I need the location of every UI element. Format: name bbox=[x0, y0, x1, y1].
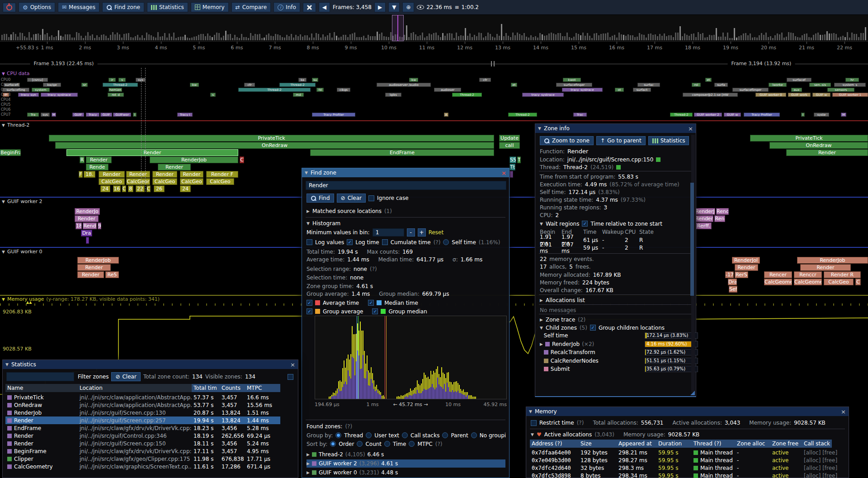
timeline-zone[interactable]: OnRedraw bbox=[55, 142, 494, 149]
cpu-zone[interactable]: rot_d bbox=[108, 93, 124, 97]
memory-column-header[interactable]: Size bbox=[579, 440, 617, 448]
cpu-zone[interactable]: syste bbox=[814, 113, 829, 117]
child-zones-label[interactable]: Child zones bbox=[546, 325, 577, 331]
cpu-zone[interactable]: lgiks bbox=[385, 93, 401, 97]
min-bin-input[interactable]: 1 bbox=[373, 228, 404, 237]
cpu-zone[interactable]: audioser bbox=[434, 88, 461, 92]
cpu-zone[interactable]: A bbox=[444, 113, 448, 117]
cpu-zone[interactable]: cikgs bbox=[337, 88, 350, 92]
timeline-zone[interactable]: Dra bbox=[81, 230, 92, 237]
close-icon[interactable]: × bbox=[290, 362, 295, 368]
timeline-zone[interactable]: RenderJob bbox=[77, 257, 119, 264]
filter-settings-icon[interactable] bbox=[288, 374, 293, 380]
expand-icon[interactable]: ▶ bbox=[307, 470, 310, 475]
timeline-zone[interactable]: EndFrame bbox=[310, 149, 494, 156]
timeline-zone[interactable]: Render bbox=[77, 271, 104, 278]
compare-button[interactable]: ⇄Compare bbox=[231, 2, 271, 12]
cpu-zone[interactable]: [csrcu] bbox=[27, 78, 48, 82]
timeline-zone[interactable]: PrivateTick bbox=[750, 135, 868, 142]
log-values-checkbox[interactable] bbox=[307, 239, 312, 245]
child-zone-row[interactable]: CalcRenderNodes51.51 µs (1.15%) bbox=[540, 357, 690, 364]
timeline-zone[interactable]: 24 bbox=[100, 185, 110, 192]
cpu-zone[interactable]: GUIF w bbox=[812, 93, 830, 97]
found-zone-group-row[interactable]: ▶Thread-2(4,105)6.46 s bbox=[307, 450, 505, 459]
cpu-zone[interactable]: GUIFwor bbox=[113, 113, 131, 117]
thread-header[interactable]: ▼Thread-2 bbox=[2, 122, 29, 128]
allocation-row[interactable]: 0x7dfc53d8988 bytes298.34 ms59.95 sMain … bbox=[530, 472, 839, 478]
allocations-list-label[interactable]: Allocations list bbox=[546, 297, 585, 303]
cpu-zone[interactable]: lworke bbox=[769, 83, 787, 87]
timeline-zone[interactable]: RenderJo bbox=[75, 208, 100, 215]
memory-button[interactable]: Memory bbox=[191, 2, 229, 12]
timeline-zone[interactable]: Rend bbox=[716, 208, 729, 215]
address-cell[interactable]: 0x7dfc42d640 bbox=[530, 465, 579, 471]
timeline-zone[interactable]: T bbox=[517, 156, 521, 163]
cpu-zone[interactable]: Tracy bbox=[86, 113, 99, 117]
scrollbar-track[interactable] bbox=[691, 135, 695, 393]
timeline-zone[interactable]: Ren bbox=[714, 215, 725, 222]
cpu-data-header[interactable]: ▼CPU data bbox=[2, 71, 30, 76]
cpu-zone[interactable]: cfr bbox=[244, 83, 255, 87]
timeline-zone[interactable]: 22 bbox=[136, 185, 145, 192]
timeline-zone[interactable]: CalcGeo bbox=[206, 178, 234, 185]
cpu-zone[interactable]: system_s bbox=[834, 83, 866, 87]
cpu-zone[interactable]: Thread-2 bbox=[103, 83, 138, 87]
collapse-icon[interactable]: ▼ bbox=[2, 297, 5, 302]
cpu-zone[interactable]: M bbox=[841, 113, 846, 117]
wait-column-header[interactable]: Time bbox=[583, 229, 602, 235]
cpu-zone[interactable]: GUIF worker 2 bbox=[694, 113, 722, 117]
self-time-radio[interactable] bbox=[443, 239, 449, 245]
cpu-zone[interactable]: sen..sis bbox=[809, 83, 831, 87]
memory-titlebar[interactable]: ▼ Memory × bbox=[526, 407, 849, 416]
timeline-zone[interactable]: CalcGeo bbox=[824, 279, 854, 285]
table-row[interactable]: Renderjni/../jni/src/guif/Screen.cpp:257… bbox=[5, 416, 280, 424]
timeline-zone[interactable]: C bbox=[146, 185, 151, 192]
timeline-zone[interactable]: F bbox=[79, 171, 83, 178]
thread-header[interactable]: ▼GUIF worker 2 bbox=[2, 199, 42, 204]
timeline-zone[interactable]: -17 bbox=[725, 271, 734, 278]
filter-input[interactable] bbox=[6, 372, 74, 381]
timeline-zone[interactable]: 18 bbox=[75, 222, 82, 229]
wait-column-header[interactable]: CPU bbox=[625, 229, 639, 235]
cpu-zone[interactable]: audioserver /audio bbox=[377, 83, 431, 87]
expand-icon[interactable]: ▶ bbox=[307, 452, 310, 457]
find-button[interactable]: Find bbox=[307, 194, 334, 203]
prev-frame-button[interactable]: ◀ bbox=[319, 2, 330, 12]
cpu-zone[interactable]: GUIF w bbox=[724, 113, 741, 117]
timeline-zone[interactable]: Render bbox=[800, 264, 851, 271]
timeline-zone[interactable]: Rende bbox=[86, 164, 108, 170]
timeline-zone[interactable]: BeginFrame bbox=[0, 149, 21, 156]
collapse-icon[interactable]: ▼ bbox=[531, 432, 534, 437]
expand-icon[interactable]: ▶ bbox=[307, 461, 310, 466]
scrollbar-thumb[interactable] bbox=[690, 183, 694, 296]
timeline-zone[interactable]: OnRedraw bbox=[769, 142, 868, 149]
cpu-zone[interactable]: ka bbox=[298, 78, 307, 82]
cpu-zone[interactable]: composer@2.1-se [HW bbox=[683, 93, 738, 97]
statistics-table-header[interactable]: Name Location Total tim Counts MTPC bbox=[5, 384, 280, 392]
timeline-zone[interactable]: 24 bbox=[180, 185, 191, 192]
help-marker[interactable]: (?) bbox=[435, 441, 443, 447]
log-time-checkbox[interactable]: ✓ bbox=[347, 239, 353, 245]
cpu-zone[interactable]: Thread-2 bbox=[508, 113, 537, 117]
timeline-zone[interactable]: 8 bbox=[128, 185, 133, 192]
collapse-icon[interactable]: ▼ bbox=[529, 409, 532, 414]
child-zone-row[interactable]: RecalcTransform72.92 µs (1.62%) bbox=[540, 349, 690, 356]
collapse-icon[interactable]: ▼ bbox=[307, 221, 310, 226]
go-to-parent-button[interactable]: ↑Go to parent bbox=[596, 136, 646, 145]
frame-label-left[interactable]: Frame 3,193 (22.45 ms) bbox=[30, 61, 98, 66]
address-cell[interactable]: 0x7dfc53d898 bbox=[530, 473, 579, 478]
appeared-cell[interactable]: 298.34 ms bbox=[617, 473, 656, 478]
timeline-zone[interactable]: CalcGeo bbox=[152, 178, 177, 185]
table-row[interactable]: PrivateTickjni/../jni/src/claw/applicati… bbox=[5, 393, 280, 401]
sort-by-radio[interactable] bbox=[330, 441, 336, 447]
cpu-zone[interactable]: rol bbox=[692, 83, 701, 87]
help-marker[interactable]: (?) bbox=[434, 239, 441, 246]
timeline-zone[interactable]: PrivateTick bbox=[49, 135, 494, 142]
column-header-total-time[interactable]: Total tim bbox=[192, 384, 220, 392]
appeared-cell[interactable]: 298.21 ms bbox=[617, 450, 656, 456]
cpu-zone[interactable]: tracy_systrace bbox=[41, 93, 78, 97]
column-header-mtpc[interactable]: MTPC bbox=[245, 384, 280, 392]
allocation-row[interactable]: 0x7e049b3d00128 bytes298.27 ms59.95 sMai… bbox=[530, 456, 839, 464]
collapse-icon[interactable]: ▼ bbox=[2, 250, 5, 254]
cpu-zone[interactable]: GUIF work bbox=[788, 93, 811, 97]
